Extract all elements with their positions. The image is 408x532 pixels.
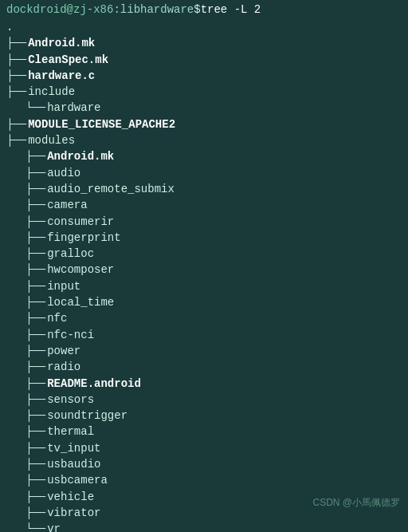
- entry-name: soundtrigger: [47, 408, 128, 424]
- branch-icon: ├──: [6, 68, 26, 84]
- branch-icon: └──: [26, 100, 45, 116]
- branch-icon: ├──: [26, 327, 45, 343]
- entry-name: Android.mk: [28, 35, 95, 51]
- entry-name: gralloc: [47, 246, 94, 262]
- list-item: ├── input: [6, 278, 402, 294]
- branch-icon: ├──: [26, 456, 45, 472]
- list-item: ├── usbcamera: [6, 472, 402, 488]
- branch-icon: ├──: [26, 214, 45, 230]
- entry-name: nfc-nci: [47, 327, 94, 343]
- list-item: ├── hardware.c: [6, 68, 402, 84]
- entry-name: MODULE_LICENSE_APACHE2: [28, 116, 175, 132]
- entry-name: consumerir: [47, 214, 114, 230]
- list-item: ├── MODULE_LICENSE_APACHE2: [6, 116, 402, 132]
- branch-icon: ├──: [6, 84, 26, 100]
- list-item: ├── power: [6, 343, 402, 359]
- entry-name: README.android: [47, 376, 141, 392]
- branch-icon: ├──: [6, 52, 26, 68]
- list-item: ├── fingerprint: [6, 230, 402, 246]
- branch-icon: ├──: [26, 278, 45, 294]
- branch-icon: ├──: [26, 230, 45, 246]
- prompt-dollar: $: [194, 3, 200, 16]
- branch-icon: ├──: [26, 310, 45, 326]
- entry-name: audio: [47, 165, 80, 181]
- entry-name: modules: [28, 132, 75, 148]
- entry-name: hardware.c: [28, 68, 95, 84]
- list-item: ├── nfc: [6, 310, 402, 326]
- entry-name: audio_remote_submix: [47, 181, 175, 197]
- entry-name: vr: [47, 521, 61, 532]
- entry-name: nfc: [47, 310, 67, 326]
- entry-name: camera: [47, 197, 87, 213]
- entry-name: CleanSpec.mk: [28, 52, 108, 68]
- branch-icon: ├──: [26, 408, 45, 424]
- branch-icon: ├──: [6, 132, 26, 148]
- prompt-line: dockdroid@zj-x86:libhardware $ tree -L 2: [6, 3, 402, 16]
- branch-icon: └──: [26, 521, 45, 532]
- branch-icon: ├──: [26, 392, 45, 408]
- entry-name: hardware: [47, 100, 100, 116]
- branch-icon: ├──: [26, 343, 45, 359]
- entry-name: radio: [47, 359, 80, 375]
- entry-name: local_time: [47, 294, 114, 310]
- list-item: ├── README.android: [6, 376, 402, 392]
- branch-icon: ├──: [6, 35, 26, 51]
- prompt-user-host: dockdroid@zj-x86: [6, 3, 113, 16]
- entry-name: include: [28, 84, 75, 100]
- prompt-command: tree -L 2: [201, 3, 261, 16]
- entry-name: usbaudio: [47, 456, 100, 472]
- list-item: ├── consumerir: [6, 214, 402, 230]
- tree-output: .├── Android.mk├── CleanSpec.mk├── hardw…: [6, 19, 402, 532]
- branch-icon: ├──: [26, 181, 45, 197]
- watermark: CSDN @小馬佩德罗: [312, 496, 400, 510]
- branch-icon: ├──: [26, 424, 45, 439]
- list-item: ├── thermal: [6, 424, 402, 439]
- entry-name: Android.mk: [47, 148, 114, 164]
- entry-name: thermal: [47, 424, 94, 439]
- list-item: ├── include: [6, 84, 402, 100]
- entry-name: hwcomposer: [47, 262, 114, 278]
- terminal: dockdroid@zj-x86:libhardware $ tree -L 2…: [0, 0, 408, 532]
- list-item: ├── soundtrigger: [6, 408, 402, 424]
- branch-icon: ├──: [26, 165, 45, 181]
- branch-icon: ├──: [26, 148, 45, 164]
- list-item: ├── tv_input: [6, 440, 402, 456]
- list-item: ├── Android.mk: [6, 148, 402, 164]
- list-item: ├── sensors: [6, 392, 402, 408]
- branch-icon: ├──: [26, 505, 45, 521]
- list-item: ├── gralloc: [6, 246, 402, 262]
- list-item: ├── camera: [6, 197, 402, 213]
- list-item: ├── CleanSpec.mk: [6, 52, 402, 68]
- entry-name: usbcamera: [47, 472, 108, 488]
- entry-name: sensors: [47, 392, 94, 408]
- branch-icon: ├──: [26, 262, 45, 278]
- list-item: ├── modules: [6, 132, 402, 148]
- branch-icon: ├──: [26, 359, 45, 375]
- list-item: ├── audio: [6, 165, 402, 181]
- list-item: ├── hwcomposer: [6, 262, 402, 278]
- list-item: ├── radio: [6, 359, 402, 375]
- branch-icon: ├──: [26, 472, 45, 488]
- branch-icon: ├──: [26, 197, 45, 213]
- branch-icon: ├──: [26, 376, 45, 392]
- list-item: └── vr: [6, 521, 402, 532]
- entry-name: tv_input: [47, 440, 100, 456]
- list-item: ├── Android.mk: [6, 35, 402, 51]
- list-item: ├── usbaudio: [6, 456, 402, 472]
- branch-icon: ├──: [6, 116, 26, 132]
- entry-name: fingerprint: [47, 230, 120, 246]
- list-item: ├── audio_remote_submix: [6, 181, 402, 197]
- branch-icon: ├──: [26, 246, 45, 262]
- entry-name: vibrator: [47, 505, 100, 521]
- list-item: ├── local_time: [6, 294, 402, 310]
- branch-icon: ├──: [26, 294, 45, 310]
- entry-name: vehicle: [47, 489, 94, 505]
- tree-root: .: [6, 19, 402, 35]
- list-item: └── hardware: [6, 100, 402, 116]
- list-item: ├── nfc-nci: [6, 327, 402, 343]
- branch-icon: ├──: [26, 440, 45, 456]
- branch-icon: ├──: [26, 489, 45, 505]
- entry-name: power: [47, 343, 80, 359]
- entry-name: input: [47, 278, 80, 294]
- prompt-path: :libhardware: [113, 3, 194, 16]
